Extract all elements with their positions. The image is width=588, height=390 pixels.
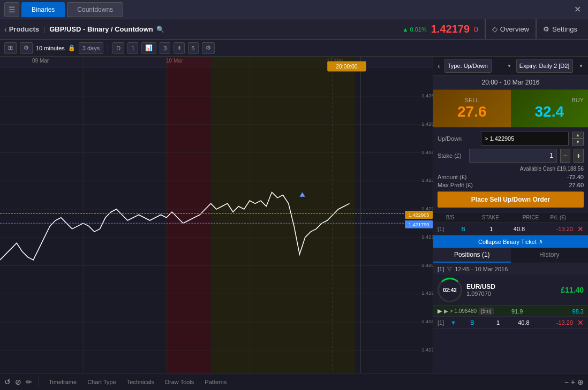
- pos-close-2[interactable]: ✕: [577, 318, 584, 327]
- svg-text:1.42600: 1.42600: [421, 93, 433, 98]
- tab-binaries[interactable]: Binaries: [21, 2, 65, 17]
- overview-button[interactable]: ◇ Overview: [485, 19, 536, 40]
- zoom-in-button[interactable]: +: [571, 378, 575, 386]
- amount-label: Amount (£): [438, 174, 478, 180]
- positions-history-tabs: Positions (1) History: [433, 248, 588, 263]
- pos-detail-expand-icon[interactable]: ▽: [447, 265, 451, 272]
- buy-side[interactable]: BUY 32.4: [511, 90, 589, 127]
- pos-pair-name: EUR/USD: [466, 283, 556, 290]
- bottom-toolbar: ↺ ⊘ ✏ Timeframe Chart Type Technicals Dr…: [0, 373, 588, 390]
- days-button[interactable]: 3 days: [79, 42, 103, 54]
- refresh-icon[interactable]: ↺: [4, 378, 11, 386]
- toolbar-settings2-button[interactable]: ⚙: [202, 42, 215, 54]
- right-panel: ‹ Type: Up/Down Expiry: Daily 2 [D2] 20:…: [433, 57, 588, 373]
- expiry-select-wrapper: Expiry: Daily 2 [D2]: [516, 59, 586, 73]
- type-select[interactable]: Type: Up/Down: [444, 59, 492, 73]
- pos-stake-1: 1: [478, 226, 504, 232]
- pos-price-2: 40.8: [512, 319, 536, 326]
- chart-area: 09 Mar 10 Mar 11 Mar: [0, 57, 433, 373]
- chart-type-label[interactable]: Chart Type: [84, 379, 119, 385]
- svg-text:1.41800: 1.41800: [421, 318, 433, 324]
- crosshair-button[interactable]: ⊕: [577, 378, 584, 386]
- updown-arrows: ▲ ▼: [572, 132, 584, 146]
- lock-icon: 🔒: [68, 44, 76, 51]
- pos-expand-icon-2[interactable]: ▼: [450, 319, 456, 326]
- pencil-icon[interactable]: ✏: [26, 378, 32, 386]
- chart-icon-small: ▶: [438, 308, 442, 315]
- close-button[interactable]: ✕: [571, 3, 584, 16]
- buy-value: 32.4: [535, 103, 564, 120]
- tab-positions[interactable]: Positions (1): [433, 248, 511, 263]
- technicals-label[interactable]: Technicals: [124, 379, 157, 385]
- pos-close-1[interactable]: ✕: [577, 225, 584, 233]
- stake-row: Stake (£) − +: [438, 149, 584, 163]
- search-icon[interactable]: 🔍: [156, 26, 164, 33]
- left-nav-arrow[interactable]: ‹: [435, 62, 442, 70]
- grid-icon-button[interactable]: ⊞: [4, 42, 17, 54]
- hamburger-button[interactable]: ☰: [4, 2, 19, 17]
- svg-text:1.421790: 1.421790: [409, 221, 429, 227]
- positions-table-header: B/S STAKE PRICE P/L (£): [433, 212, 588, 223]
- stake-minus-button[interactable]: −: [560, 149, 570, 163]
- collapse-binary-ticket-button[interactable]: Collapse Binary Ticket ∧: [433, 235, 588, 248]
- draw-tools-label[interactable]: Draw Tools: [162, 379, 197, 385]
- svg-text:1.42000: 1.42000: [421, 262, 433, 268]
- sell-side[interactable]: SELL 27.6: [433, 90, 511, 127]
- sub-val2: 98.3: [541, 308, 584, 315]
- gear-icon: ⚙: [543, 25, 549, 33]
- products-link[interactable]: Products: [9, 25, 39, 33]
- patterns-label[interactable]: Patterns: [201, 379, 230, 385]
- period-3-button[interactable]: 3: [160, 42, 170, 54]
- settings-button[interactable]: ⚙ Settings: [536, 19, 584, 40]
- amount-value: -72.40: [567, 174, 584, 180]
- period-5-button[interactable]: 5: [188, 42, 199, 54]
- sub-condition: ▶ > 1.096480: [444, 308, 477, 314]
- updown-value-display: > 1.422905: [481, 132, 569, 146]
- type-select-wrapper: Type: Up/Down: [444, 59, 514, 73]
- period-1-button[interactable]: 1: [127, 42, 138, 54]
- pos-detail-idx: [1]: [438, 266, 444, 272]
- timer-text: 02:42: [443, 287, 457, 293]
- timeframe-label[interactable]: Timeframe: [46, 379, 80, 385]
- sub-timeframe: [5m]: [479, 308, 493, 315]
- datetime-bar: 20:00 - 10 Mar 2016: [433, 75, 588, 90]
- undo-icon[interactable]: ⊘: [15, 378, 21, 386]
- svg-text:1.41900: 1.41900: [421, 290, 433, 296]
- period-4-button[interactable]: 4: [174, 42, 184, 54]
- price-suffix: 0: [474, 25, 478, 34]
- position-row-1: [1] B 1 40.8 -13.20 ✕: [433, 223, 588, 235]
- bottom-sep-1: [39, 377, 39, 387]
- stake-plus-button[interactable]: +: [574, 149, 584, 163]
- svg-text:1.42100: 1.42100: [421, 234, 433, 240]
- header-bar: ‹ Products | GBP/USD - Binary / Countdow…: [0, 19, 588, 40]
- settings-toolbar-button[interactable]: ⚙: [20, 42, 33, 54]
- overview-icon: ◇: [492, 25, 497, 33]
- svg-text:1.42300: 1.42300: [421, 177, 433, 183]
- main-layout: 09 Mar 10 Mar 11 Mar: [0, 57, 588, 373]
- period-d-button[interactable]: D: [112, 42, 124, 54]
- svg-text:1.422905: 1.422905: [409, 212, 429, 218]
- back-button[interactable]: ‹: [4, 25, 7, 34]
- bs-col-header: B/S: [438, 215, 463, 220]
- place-order-button[interactable]: Place Sell Up/Down Order: [438, 192, 584, 208]
- sell-label: SELL: [465, 97, 479, 103]
- pos-detail-header-1: [1] ▽ 12:45 - 10 Mar 2016: [433, 263, 588, 274]
- updown-down-arrow[interactable]: ▼: [572, 139, 584, 146]
- stake-label: Stake (£): [438, 152, 466, 159]
- period-chart-icon[interactable]: 📊: [141, 42, 156, 54]
- header-separator: |: [43, 26, 45, 33]
- tab-history[interactable]: History: [511, 248, 589, 263]
- tab-countdowns[interactable]: Countdowns: [67, 2, 123, 17]
- expiry-select[interactable]: Expiry: Daily 2 [D2]: [516, 59, 573, 73]
- pos-rate: 1.097070: [466, 290, 556, 297]
- stake-input[interactable]: [469, 149, 557, 163]
- chart-svg: 20:00:00 1.422905 1.421790 1.42600 1.425…: [0, 57, 433, 373]
- pos-pl-2: -13.20: [538, 319, 573, 326]
- price-area: ▲ 0.01% 1.42179 0: [403, 23, 478, 35]
- collapse-arrow-icon: ∧: [539, 238, 543, 245]
- pos-bs-1: B: [450, 226, 476, 232]
- zoom-out-button[interactable]: −: [564, 378, 569, 386]
- available-cash: Available Cash £19,188.56: [438, 166, 584, 172]
- updown-up-arrow[interactable]: ▲: [572, 132, 584, 139]
- svg-text:1.42400: 1.42400: [421, 149, 433, 155]
